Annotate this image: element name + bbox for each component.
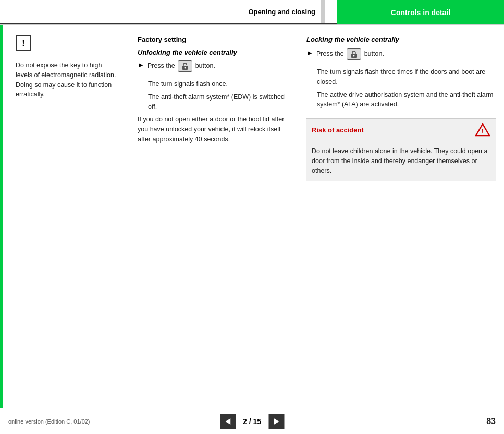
controls-in-detail-tab: Controls in detail [337, 0, 504, 24]
anti-theft-text: The anti-theft alarm system* (EDW) is sw… [138, 92, 294, 112]
svg-text:!: ! [482, 127, 484, 135]
page-navigation: 2 / 15 [220, 414, 284, 429]
middle-column: Factory setting Unlocking the vehicle ce… [138, 35, 294, 398]
lock-button-icon [347, 48, 361, 60]
right-column: Locking the vehicle centrally ► Press th… [306, 35, 496, 398]
left-column: ! Do not expose the key to high levels o… [16, 35, 125, 398]
page-display: 2 / 15 [239, 417, 265, 426]
page-number: 83 [486, 417, 496, 426]
risk-title: Risk of accident [312, 126, 364, 134]
arrow-icon: ► [138, 61, 144, 69]
warning-triangle-icon: ! [475, 123, 490, 137]
press-unlock-bullet: ► Press the button. [138, 60, 294, 76]
warning-icon-container: ! [16, 35, 120, 56]
opening-closing-label: Opening and closing [248, 8, 315, 16]
header-subtitle: Opening and closing [0, 0, 337, 24]
page-header: Opening and closing Controls in detail [0, 0, 504, 25]
press-unlock-text: Press the button. [147, 60, 215, 72]
warning-exclamation-icon: ! [16, 35, 31, 51]
relock-text: If you do not open either a door or the … [138, 115, 294, 144]
next-page-button[interactable] [268, 414, 284, 429]
unlocking-subtitle: Unlocking the vehicle centrally [138, 48, 294, 56]
arrow-lock-icon: ► [306, 49, 313, 57]
active-drive-text: The active drive authorisation system an… [306, 90, 496, 110]
risk-header: Risk of accident ! [306, 118, 496, 141]
locking-subtitle: Locking the vehicle centrally [306, 35, 496, 43]
unlock-button-icon [178, 60, 192, 72]
svg-point-1 [185, 67, 186, 69]
main-content: ! Do not expose the key to high levels o… [3, 25, 504, 408]
risk-body-text: Do not leave children alone in the vehic… [306, 141, 496, 181]
flash-three-text: The turn signals flash three times if th… [306, 67, 496, 87]
prev-page-button[interactable] [220, 414, 236, 429]
factory-setting-title: Factory setting [138, 35, 294, 43]
svg-point-3 [353, 55, 355, 57]
press-lock-text: Press the button. [316, 48, 384, 60]
flash-once-text: The turn signals flash once. [138, 79, 294, 89]
svg-marker-6 [225, 418, 230, 425]
svg-marker-7 [274, 418, 279, 425]
risk-of-accident-box: Risk of accident ! Do not leave children… [306, 118, 496, 181]
left-accent-bar [0, 25, 3, 408]
warning-text: Do not expose the key to high levels of … [16, 60, 120, 100]
page-footer: online version (Edition C, 01/02) 2 / 15… [0, 408, 504, 434]
press-lock-bullet: ► Press the button. [306, 48, 496, 64]
tab-label: Controls in detail [391, 8, 450, 17]
